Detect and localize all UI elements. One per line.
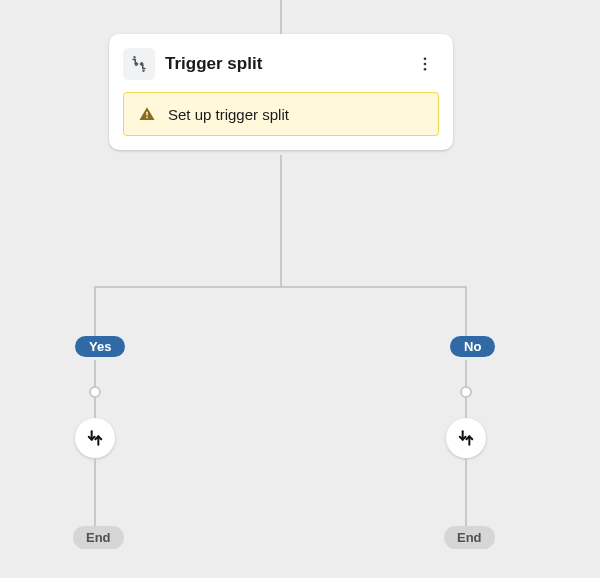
connector-line xyxy=(94,398,96,420)
svg-point-1 xyxy=(143,70,144,71)
connector-line xyxy=(94,286,467,288)
add-step-node[interactable] xyxy=(89,386,101,398)
connector-line xyxy=(465,458,467,526)
split-arrows-icon xyxy=(85,428,105,448)
branch-label-no: No xyxy=(450,336,495,357)
connector-line xyxy=(465,286,467,336)
more-options-button[interactable] xyxy=(411,50,439,78)
svg-point-4 xyxy=(424,68,427,71)
add-step-node[interactable] xyxy=(460,386,472,398)
setup-alert[interactable]: Set up trigger split xyxy=(123,92,439,136)
flow-canvas: Trigger split Set up trigger split Yes N… xyxy=(0,0,600,578)
svg-point-2 xyxy=(424,57,427,60)
end-node: End xyxy=(73,526,124,549)
split-arrows-icon xyxy=(456,428,476,448)
split-icon xyxy=(123,48,155,80)
warning-icon xyxy=(138,105,156,123)
connector-line xyxy=(465,398,467,420)
svg-point-0 xyxy=(134,57,135,58)
connector-line xyxy=(465,360,467,388)
branch-action-button[interactable] xyxy=(446,418,486,458)
connector-line xyxy=(94,360,96,388)
svg-point-3 xyxy=(424,63,427,66)
connector-line xyxy=(280,155,282,287)
connector-line xyxy=(94,458,96,526)
connector-line xyxy=(280,0,282,34)
svg-rect-6 xyxy=(146,117,148,119)
card-title: Trigger split xyxy=(165,54,401,74)
alert-text: Set up trigger split xyxy=(168,106,289,123)
branch-action-button[interactable] xyxy=(75,418,115,458)
connector-line xyxy=(94,286,96,336)
branch-label-yes: Yes xyxy=(75,336,125,357)
trigger-split-node[interactable]: Trigger split Set up trigger split xyxy=(109,34,453,150)
end-node: End xyxy=(444,526,495,549)
card-header: Trigger split xyxy=(123,48,439,80)
svg-rect-5 xyxy=(146,112,148,116)
dots-vertical-icon xyxy=(416,55,434,73)
